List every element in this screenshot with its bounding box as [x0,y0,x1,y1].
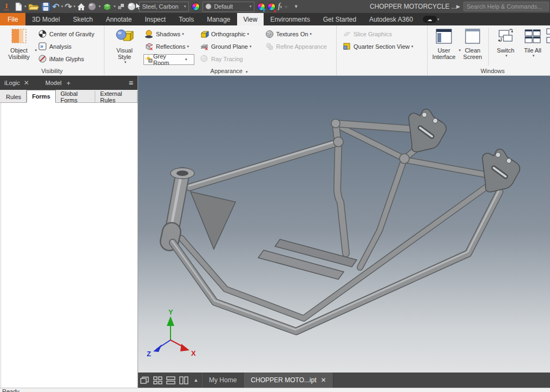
forms-panel-content[interactable] [1,103,137,388]
tile-vertical-icon[interactable] [177,373,190,388]
inventor-logo[interactable]: I PRO [0,0,13,13]
redo-icon[interactable]: ↷ [64,1,71,12]
model-axle-plate-right [482,149,520,192]
tab-autodesk-a360[interactable]: Autodesk A360 [363,13,420,25]
triad-x-label: X [191,349,196,357]
reflections-button[interactable]: ✕ Reflections ▾ [145,41,189,52]
parameters-fx-icon[interactable]: fx [278,1,281,12]
tab-view[interactable]: View [237,13,264,25]
reflections-label: Reflections [156,43,185,50]
tab-sketch[interactable]: Sketch [67,13,100,25]
a360-cloud-icon[interactable]: ☁▾ [423,13,440,25]
save-icon[interactable] [41,1,50,12]
viewport-3d[interactable]: Y Z X [138,76,550,373]
qat-customize-caret[interactable]: ▼ [293,4,298,9]
quarter-section-view-icon [342,42,351,51]
orthographic-button[interactable]: Orthographic ▾ [200,28,249,40]
tab-manage[interactable]: Manage [200,13,237,25]
clean-screen-icon [463,28,482,46]
panel-tab-ilogic[interactable]: iLogic ✕ [0,76,34,90]
visual-style-caret[interactable]: ▾ [125,60,127,64]
tab-my-home[interactable]: My Home [202,373,244,388]
shadows-button[interactable]: Shadows ▾ [145,28,184,40]
undo-caret[interactable]: ▾ [61,4,63,9]
imate-glyphs-label: iMate Glyphs [49,56,84,62]
assembly-cubes-icon[interactable] [117,1,125,12]
user-interface-icon [435,28,453,46]
subtab-global-forms[interactable]: Global Forms [56,91,95,102]
component-caret[interactable]: ▾ [114,4,116,9]
tab-tools[interactable]: Tools [172,13,200,25]
appearance-value: Default [214,3,233,10]
render-sphere-icon[interactable] [88,1,97,12]
cascade-windows-icon[interactable] [138,373,151,388]
switch-windows-button[interactable]: Switch ▾ [493,28,519,58]
user-interface-label: User Interface [430,47,458,60]
subtab-external-rules[interactable]: External Rules [95,91,138,102]
collapse-tabs-icon[interactable]: ▲ [190,373,202,388]
panel-menu-icon[interactable]: ≡ [129,79,133,87]
tab-inspect[interactable]: Inspect [138,13,172,25]
close-document-icon[interactable]: ✕ [320,376,326,384]
title-expand-arrow[interactable]: ▶ [456,4,460,9]
visual-style-button[interactable]: Visual Style ▾ [109,28,140,64]
svg-text:»: » [40,43,43,49]
adjust-color-wheel-icon[interactable] [192,1,200,12]
ribbon: Object Visibility ▾ Center of Gravity » … [0,25,550,76]
imate-glyphs-button[interactable]: iMate Glyphs [38,53,84,64]
panel-tab-model[interactable]: Model + [41,76,75,90]
chopper-frame-model[interactable]: Y Z X [138,76,550,373]
center-of-gravity-button[interactable]: Center of Gravity [38,28,94,40]
new-file-caret[interactable]: ▾ [24,4,27,9]
tab-document[interactable]: CHOPPER MOTO...ipt ✕ [244,373,333,388]
material-dropdown[interactable]: Steel, Carbon ▾ [139,2,189,12]
component-cube-icon[interactable] [102,1,112,12]
grey-room-value: Grey Room [153,53,184,66]
subtab-forms[interactable]: Forms [27,90,56,103]
group-visibility: Object Visibility ▾ Center of Gravity » … [0,25,104,75]
open-folder-icon[interactable] [28,1,39,12]
user-interface-button[interactable]: User Interface ▾ [430,28,458,60]
subtab-rules[interactable]: Rules [1,91,27,102]
title-bar: I PRO ▾ ↶ ▾ ↷ ▾ ▾ ▾ [0,0,550,13]
tab-environments[interactable]: Environments [264,13,316,25]
ilogic-close-icon[interactable]: ✕ [24,79,29,87]
switch-windows-label: Switch [497,47,514,54]
tile-all-button[interactable]: Tile All ▾ [521,28,545,58]
tab-annotate[interactable]: Annotate [99,13,138,25]
object-visibility-label: Object Visibility [3,47,35,60]
ground-plane-button[interactable]: ✕ Ground Plane ▾ [200,41,251,52]
object-visibility-caret[interactable]: ▾ [35,48,37,53]
ilogic-panel: iLogic ✕ Model + ≡ Rules Forms Global Fo… [0,76,138,388]
home-icon[interactable] [77,1,86,12]
clean-screen-button[interactable]: Clean Screen [460,28,485,60]
redo-caret[interactable]: ▾ [74,4,76,9]
object-visibility-button[interactable]: Object Visibility ▾ [3,28,35,60]
tab-3d-model[interactable]: 3D Model [25,13,66,25]
textures-on-button[interactable]: Textures On ▾ [265,28,312,40]
ilogic-subtabs: Rules Forms Global Forms External Rules [0,90,138,103]
ray-tracing-button: Ray Tracing [200,53,243,64]
room-style-dropdown[interactable]: Grey Room ▾ [143,54,194,65]
quarter-section-view-button[interactable]: Quarter Section View ▾ [342,41,413,52]
tab-get-started[interactable]: Get Started [317,13,363,25]
clean-screen-label: Clean Screen [460,47,485,60]
tile-grid-icon[interactable] [151,373,164,388]
render-caret[interactable]: ▾ [99,4,101,9]
new-file-icon[interactable] [14,1,23,12]
search-input[interactable] [463,2,549,11]
panel-tab-bar: iLogic ✕ Model + ≡ [0,76,138,90]
refine-appearance-icon [265,42,274,51]
appearance-filter-wheel-icon[interactable] [257,1,265,12]
tile-horizontal-icon[interactable] [164,373,177,388]
appearance-dropdown[interactable]: Default ▾ [202,2,254,12]
tab-file[interactable]: File [0,13,25,25]
analysis-button[interactable]: » Analysis [38,41,71,52]
undo-icon[interactable]: ↶ [53,1,60,12]
ray-tracing-icon [200,55,209,63]
clear-appearance-wheel-icon[interactable]: ✕ [267,1,276,12]
shadows-label: Shadows [156,31,180,37]
add-panel-icon[interactable]: + [67,79,71,87]
model-tab-label: Model [45,80,62,86]
appearance-group-label[interactable]: Appearance ▾ [180,68,278,74]
